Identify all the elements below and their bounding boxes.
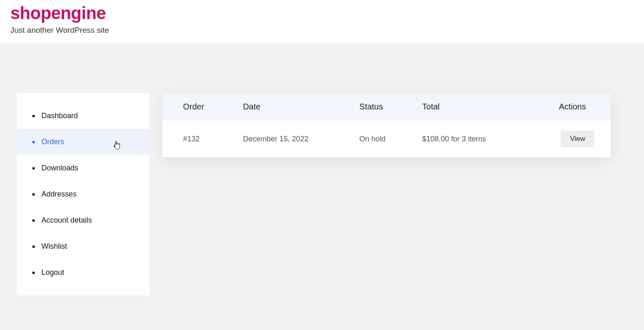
orders-panel: Order Date Status Total Actions #132 Dec… bbox=[162, 93, 611, 158]
account-sidebar: Dashboard Orders Downloads Addresses Acc… bbox=[17, 93, 150, 296]
cell-actions: View bbox=[526, 121, 611, 158]
site-header: shopengine Just another WordPress site bbox=[0, 0, 644, 43]
content-area: Dashboard Orders Downloads Addresses Acc… bbox=[0, 43, 644, 296]
orders-table: Order Date Status Total Actions #132 Dec… bbox=[162, 93, 611, 158]
sidebar-item-wishlist[interactable]: Wishlist bbox=[17, 233, 150, 260]
cell-status: On hold bbox=[350, 121, 412, 158]
sidebar-item-label: Dashboard bbox=[41, 112, 78, 120]
sidebar-item-label: Account details bbox=[41, 216, 92, 224]
col-actions: Actions bbox=[526, 93, 611, 121]
table-header-row: Order Date Status Total Actions bbox=[162, 93, 611, 121]
sidebar-item-dashboard[interactable]: Dashboard bbox=[17, 103, 150, 129]
sidebar-item-orders[interactable]: Orders bbox=[17, 129, 150, 155]
site-title[interactable]: shopengine bbox=[10, 3, 634, 23]
sidebar-item-label: Orders bbox=[41, 138, 64, 146]
view-button[interactable]: View bbox=[561, 131, 594, 147]
col-total: Total bbox=[412, 93, 526, 121]
col-order: Order bbox=[162, 93, 233, 121]
table-row: #132 December 15, 2022 On hold $108.00 f… bbox=[162, 121, 611, 158]
col-status: Status bbox=[350, 93, 412, 121]
col-date: Date bbox=[233, 93, 350, 121]
sidebar-item-label: Logout bbox=[41, 268, 64, 277]
sidebar-item-account-details[interactable]: Account details bbox=[17, 207, 150, 233]
sidebar-item-downloads[interactable]: Downloads bbox=[17, 155, 150, 181]
sidebar-item-logout[interactable]: Logout bbox=[17, 260, 150, 286]
site-tagline: Just another WordPress site bbox=[10, 26, 634, 35]
sidebar-item-addresses[interactable]: Addresses bbox=[17, 181, 150, 207]
sidebar-item-label: Wishlist bbox=[41, 242, 67, 250]
sidebar-item-label: Addresses bbox=[41, 190, 77, 198]
cell-date: December 15, 2022 bbox=[233, 121, 350, 158]
cell-total: $108.00 for 3 items bbox=[412, 121, 526, 158]
cell-order[interactable]: #132 bbox=[162, 121, 233, 158]
sidebar-item-label: Downloads bbox=[41, 164, 78, 172]
